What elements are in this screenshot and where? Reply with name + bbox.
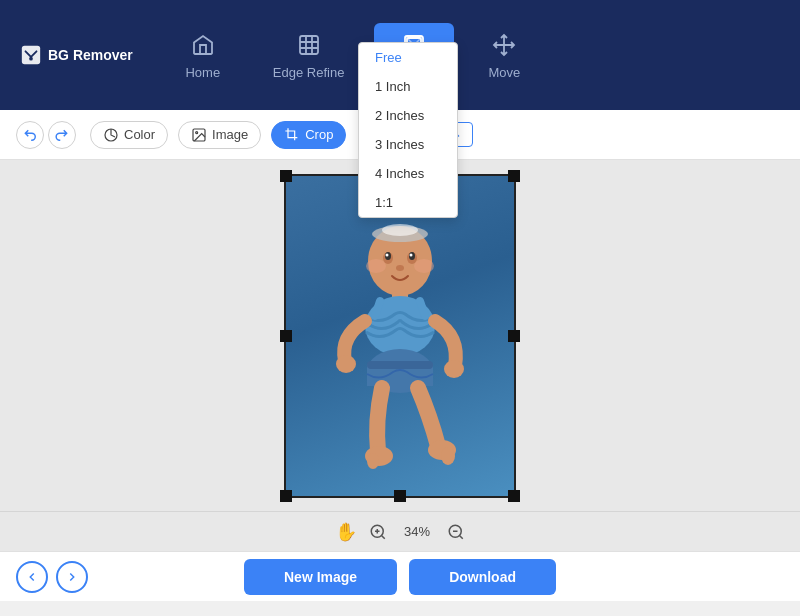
baby-image: [320, 206, 480, 496]
move-icon: [490, 31, 518, 59]
history-arrows: [16, 121, 76, 149]
ratio-option-4inches[interactable]: 4 Inches: [359, 159, 457, 188]
svg-point-23: [444, 360, 464, 378]
new-image-button[interactable]: New Image: [244, 559, 397, 595]
svg-point-15: [386, 253, 389, 256]
svg-point-18: [366, 259, 386, 273]
svg-point-17: [396, 265, 404, 271]
nav-move-label: Move: [488, 65, 520, 80]
svg-rect-0: [22, 46, 40, 64]
crop-label: Crop: [305, 127, 333, 142]
ratio-option-1to1[interactable]: 1:1: [359, 188, 457, 217]
zoom-percent: 34%: [399, 524, 435, 539]
svg-point-30: [441, 447, 455, 465]
ratio-option-free[interactable]: Free: [359, 43, 457, 72]
svg-point-19: [414, 259, 434, 273]
bottom-bar: New Image Download: [0, 551, 800, 601]
svg-point-22: [336, 355, 356, 373]
image-button[interactable]: Image: [178, 121, 261, 149]
svg-rect-2: [300, 36, 318, 54]
image-bg: [286, 176, 514, 496]
hand-icon: ✋: [335, 521, 357, 543]
nav-edge-refine-label: Edge Refine: [273, 65, 345, 80]
zoom-in-icon[interactable]: [369, 523, 387, 541]
svg-point-7: [196, 131, 198, 133]
svg-rect-26: [367, 361, 433, 369]
svg-point-28: [367, 453, 379, 469]
nav-item-move[interactable]: Move: [464, 23, 544, 88]
download-button[interactable]: Download: [409, 559, 556, 595]
home-icon: [189, 31, 217, 59]
image-label: Image: [212, 127, 248, 142]
crop-button[interactable]: Crop: [271, 121, 346, 149]
svg-point-1: [29, 57, 33, 61]
color-button[interactable]: Color: [90, 121, 168, 149]
nav-home-label: Home: [185, 65, 220, 80]
nav-item-home[interactable]: Home: [163, 23, 243, 88]
color-label: Color: [124, 127, 155, 142]
edge-refine-icon: [295, 31, 323, 59]
zoom-bar: ✋ 34%: [0, 511, 800, 551]
app-title: BG Remover: [48, 47, 133, 63]
svg-point-10: [382, 224, 418, 236]
ratio-dropdown: Free 1 Inch 2 Inches 3 Inches 4 Inches 1…: [358, 42, 458, 218]
toolbar: Color Image Crop Ratio: Free Free 1 Inch…: [0, 110, 800, 160]
redo-button[interactable]: [48, 121, 76, 149]
svg-point-16: [410, 253, 413, 256]
prev-button[interactable]: [16, 561, 48, 593]
image-container: [286, 176, 514, 496]
nav-item-edge-refine[interactable]: Edge Refine: [253, 23, 365, 88]
ratio-option-3inches[interactable]: 3 Inches: [359, 130, 457, 159]
zoom-out-icon[interactable]: [447, 523, 465, 541]
undo-button[interactable]: [16, 121, 44, 149]
next-button[interactable]: [56, 561, 88, 593]
bottom-nav: [16, 561, 88, 593]
app-logo: BG Remover: [20, 44, 133, 66]
ratio-option-1inch[interactable]: 1 Inch: [359, 72, 457, 101]
ratio-option-2inches[interactable]: 2 Inches: [359, 101, 457, 130]
